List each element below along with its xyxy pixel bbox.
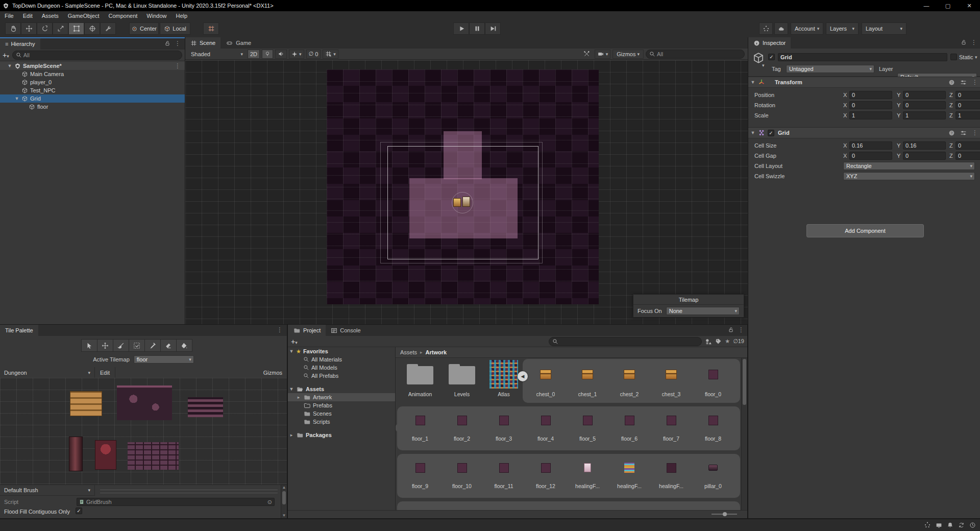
asset-healingf-[interactable]: healingF... [608,454,650,489]
help-icon[interactable]: ? [948,130,955,136]
hand-tool-button[interactable] [5,22,21,35]
effects-dropdown[interactable]: ▾ [289,50,304,59]
layout-dropdown[interactable]: Layout▾ [862,22,906,35]
active-tilemap-dropdown[interactable]: floor▾ [134,355,194,364]
kebab-menu-icon[interactable]: ⋮ [972,129,978,136]
create-asset-button[interactable]: +▾ [291,337,298,346]
grid-snapping-button[interactable] [203,22,219,35]
asset-healingf-[interactable]: healingF... [567,454,608,489]
asset-chest-1[interactable]: chest_1 [567,359,608,397]
lock-icon[interactable] [164,40,170,46]
breadcrumb-assets[interactable]: Assets [400,349,417,355]
layers-dropdown[interactable]: Layers▾ [826,22,859,35]
palette-tile-brick-wall[interactable] [128,442,179,470]
hierarchy-row-player-0[interactable]: player_0 [0,78,185,86]
add-object-button[interactable]: +▾ [3,51,9,59]
scrollbar[interactable]: ▲ ▼ [281,485,287,518]
editor-tools-button[interactable] [581,50,593,59]
asset-floor-9[interactable]: floor_9 [399,454,441,489]
component-enabled-checkbox[interactable]: ✓ [768,130,774,136]
kebab-menu-icon[interactable]: ⋮ [972,79,978,86]
hidden-packages-count[interactable]: ∅19 [733,338,744,345]
asset-floor-8[interactable]: floor_8 [692,406,734,442]
palette-gizmos-button[interactable]: Gizmos [259,370,287,376]
tree-item-artwork[interactable]: ▸Artwork [288,393,395,401]
static-checkbox[interactable] [950,54,957,60]
cell-size-z-field[interactable]: 0 [955,141,980,150]
menu-window[interactable]: Window [142,11,171,20]
transform-rotation-y-field[interactable]: 0 [903,101,946,109]
asset-healingf-[interactable]: healingF... [650,454,692,489]
thumbnail-zoom-slider[interactable] [712,514,737,515]
cell-swizzle-dropdown[interactable]: XYZ▾ [843,172,975,180]
devices-status-icon[interactable] [936,522,942,528]
expand-arrow-icon[interactable]: ▼ [7,63,12,68]
menu-help[interactable]: Help [171,11,192,20]
close-button[interactable]: ✕ [959,0,980,11]
tree-item-prefabs[interactable]: Prefabs [288,401,395,409]
tree-item-all-prefabs[interactable]: All Prefabs [288,372,395,380]
help-icon[interactable]: ? [948,79,955,86]
lock-icon[interactable] [728,327,734,333]
sync-status-icon[interactable] [958,522,965,528]
asset-chest-3[interactable]: chest_3 [650,359,692,397]
drag-handle[interactable] [100,490,278,493]
expand-arrow-icon[interactable]: ▸ [289,432,294,438]
cell-gap-x-field[interactable]: 0 [849,152,892,160]
tab-inspector[interactable]: Inspector [748,37,791,49]
tree-item-scenes[interactable]: Scenes [288,409,395,418]
preset-icon[interactable] [960,79,967,86]
transform-position-y-field[interactable]: 0 [903,91,946,99]
asset-floor-0[interactable]: floor_0 [692,359,734,397]
activity-status-icon[interactable] [924,521,931,528]
tab-tile-palette[interactable]: Tile Palette [0,325,38,336]
script-object-field[interactable]: GridBrush ⊙ [77,498,275,506]
palette-tile-stairs[interactable] [188,397,223,417]
tab-hierarchy[interactable]: ≡ Hierarchy [0,38,40,50]
transform-position-x-field[interactable]: 0 [849,91,892,99]
asset-levels[interactable]: Levels [441,359,483,397]
asset-floor-1[interactable]: floor_1 [399,406,441,442]
scale-tool-button[interactable] [53,22,68,35]
bell-status-icon[interactable] [947,522,953,528]
object-picker-icon[interactable]: ⊙ [267,499,272,505]
eraser-tool-button[interactable] [160,339,177,352]
collab-button[interactable] [759,22,773,35]
asset-floor-4[interactable]: floor_4 [525,406,567,442]
add-component-button[interactable]: Add Component [806,224,924,237]
asset-floor-11[interactable]: floor_11 [483,454,525,489]
palette-dropdown[interactable]: Dungeon▾ [0,367,95,378]
asset-floor-3[interactable]: floor_3 [483,406,525,442]
account-dropdown[interactable]: Account▾ [791,22,823,35]
asset-floor-7[interactable]: floor_7 [650,406,692,442]
progress-status-icon[interactable] [969,522,976,528]
active-checkbox[interactable]: ✓ [768,54,775,60]
saved-search-star-icon[interactable]: ★ [725,338,730,345]
palette-tile-column[interactable] [69,437,83,471]
expand-arrow-icon[interactable]: ▸ [296,395,301,400]
hierarchy-search-input[interactable]: All [12,51,182,60]
hierarchy-row-floor[interactable]: floor [0,103,185,111]
search-by-type-icon[interactable] [705,338,712,345]
custom-tool-button[interactable] [100,22,116,35]
static-dropdown-caret[interactable]: ▾ [975,55,977,60]
maximize-button[interactable]: ▢ [937,0,959,11]
cell-gap-y-field[interactable]: 0 [903,152,946,160]
handle-space-button[interactable]: Local [160,22,190,35]
cloud-button[interactable] [774,22,788,35]
tree-item-favorites[interactable]: ▼★Favorites [288,347,395,355]
play-button[interactable] [453,22,469,35]
audio-toggle[interactable] [275,50,287,59]
palette-tile-moss-floor[interactable] [117,385,172,420]
flood-fill-checkbox[interactable]: ✓ [76,508,82,514]
menu-edit[interactable]: Edit [18,11,37,20]
transform-scale-y-field[interactable]: 1 [903,111,946,119]
select-tool-button[interactable] [81,339,97,352]
cell-size-y-field[interactable]: 0.16 [903,141,946,150]
hierarchy-row-grid[interactable]: ▼Grid [0,94,185,103]
asset-floor-5[interactable]: floor_5 [567,406,608,442]
tab-scene[interactable]: Scene [185,37,220,49]
kebab-menu-icon[interactable]: ⋮ [971,39,977,46]
fill-tool-button[interactable] [176,339,192,352]
asset-floor-2[interactable]: floor_2 [441,406,483,442]
